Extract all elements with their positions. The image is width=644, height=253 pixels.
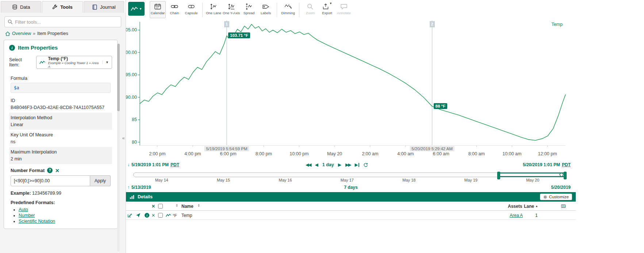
tab-tools[interactable]: Tools	[42, 1, 83, 13]
apply-button[interactable]: Apply	[90, 175, 111, 186]
columns-icon[interactable]	[561, 202, 566, 211]
spread-button[interactable]: Spread	[241, 1, 257, 18]
y-tick-label: 105.00	[126, 27, 137, 32]
step-size-label[interactable]: 1 day	[322, 162, 334, 167]
chevron-down-icon: ▼	[139, 7, 142, 11]
unit-section: Key Unit Of Measure ns	[9, 130, 112, 147]
trend-chart[interactable]: 105.00100.0095.0090.0085802:00 pm4:00 pm…	[126, 20, 576, 160]
chain-button[interactable]: Chain	[166, 1, 183, 18]
y-tick-label: 95.00	[126, 72, 137, 77]
row-checkbox[interactable]	[158, 213, 163, 218]
format-scientific-link[interactable]: Scientific Notation	[19, 219, 55, 224]
x-tick-label: 10:00 pm	[290, 151, 308, 156]
assets-column-header[interactable]: Assets	[508, 202, 522, 211]
view-mode-dropdown[interactable]: ▼	[128, 2, 145, 16]
format-auto-link[interactable]: Auto	[19, 207, 28, 212]
capsule-button[interactable]: Capsule	[183, 1, 199, 18]
cursor-timestamp-2: 5/20/2019 5:29:42 AM	[410, 146, 455, 151]
legend-temp[interactable]: Temp	[551, 22, 563, 27]
send-icon[interactable]	[136, 211, 141, 220]
scrollbar-thumb[interactable]	[117, 44, 120, 111]
formula-value[interactable]: $a	[11, 83, 111, 93]
calendar-button[interactable]: Calendar	[150, 1, 166, 18]
cursor-flag-2[interactable]: 2	[430, 21, 435, 27]
one-lane-button[interactable]: One Lane	[206, 1, 222, 18]
tab-data[interactable]: Data	[1, 1, 41, 13]
labels-label: Labels	[261, 11, 271, 15]
step-forward-fast-button[interactable]: ▶▶	[345, 162, 350, 167]
export-button[interactable]: ▼ Export	[319, 1, 335, 18]
search-box	[4, 16, 121, 27]
database-icon	[12, 4, 18, 10]
sidebar-collapse-handle[interactable]: «	[121, 133, 126, 143]
zoom-label: Zoom	[306, 11, 315, 15]
x-tick-label: 2:00 pm	[149, 151, 165, 156]
refresh-button[interactable]	[363, 163, 368, 167]
remove-all-icon[interactable]: ✕	[152, 202, 155, 211]
cursor-flag-1[interactable]: 1	[224, 21, 229, 27]
step-back-fast-button[interactable]: ◀◀	[306, 162, 311, 167]
edit-icon[interactable]	[127, 211, 132, 220]
predefined-formats-list: Auto Number Scientific Notation	[19, 207, 112, 224]
step-back-button[interactable]: ◀	[315, 162, 318, 167]
sort-asc-icon: ▲	[535, 205, 538, 208]
select-item-label: Select Item:	[9, 57, 32, 67]
chart-canvas[interactable]: 105.00100.0095.0090.0085802:00 pm4:00 pm…	[126, 20, 576, 160]
step-forward-button[interactable]: ▶	[338, 162, 341, 167]
lane-column-header[interactable]: Lane▲	[524, 202, 538, 211]
number-format-input[interactable]	[11, 175, 90, 186]
journal-icon	[92, 4, 97, 10]
sidebar-scrollbar[interactable]	[117, 43, 120, 252]
one-y-axis-icon	[228, 3, 235, 10]
x-tick-label: May 20	[327, 151, 342, 156]
zoom-icon	[307, 3, 314, 10]
labels-button[interactable]: Labels	[258, 1, 274, 18]
row-asset-cell: Area A	[510, 211, 523, 220]
range-end: 5/20/2019 1:01 PM PDT	[523, 162, 571, 167]
details-chart-icon	[130, 195, 135, 199]
signal-icon	[166, 211, 171, 220]
id-label: ID	[11, 98, 111, 103]
annotate-button: Annotate	[336, 1, 352, 18]
timeline-label: May 20	[526, 178, 539, 182]
main-area: ▼ Calendar Chain Capsule One Lane O	[126, 0, 576, 253]
toolbar-separator	[277, 3, 277, 17]
range-nav-controls: ◀◀ ◀ 1 day ▶ ▶▶ ▶	[306, 162, 368, 167]
chevron-down-icon: ▼	[102, 61, 109, 64]
clear-format-icon[interactable]: ✕	[55, 168, 60, 173]
item-select-dropdown[interactable]: Temp (°F) Example » Cooling Tower 1 » Ar…	[36, 56, 112, 69]
one-y-axis-button[interactable]: One Y-Axis	[222, 1, 240, 18]
row-unit: °F	[173, 211, 177, 220]
customize-button[interactable]: Customize	[540, 194, 572, 200]
timeline-label: May 19	[464, 178, 478, 182]
sidebar-tabbar: Data Tools Journal	[0, 0, 126, 13]
timeline-track[interactable]	[133, 172, 566, 177]
asset-link[interactable]: Area A	[510, 213, 523, 218]
tab-journal[interactable]: Journal	[84, 1, 124, 13]
breadcrumb-overview-link[interactable]: Overview	[12, 31, 31, 36]
selected-item-name: Temp (°F)	[48, 57, 100, 61]
format-list-item: Scientific Notation	[19, 218, 112, 224]
details-row-temp[interactable]: i ✕ °F Temp Area A 1	[126, 211, 576, 220]
timeline-duration[interactable]: 7 days	[344, 185, 357, 190]
timeline-start-date: 5/13/2019	[131, 185, 151, 190]
info-icon[interactable]: i	[145, 213, 149, 218]
select-all-checkbox[interactable]	[158, 204, 163, 209]
zoom-button: Zoom	[302, 1, 318, 18]
timeline-selection[interactable]	[498, 172, 566, 177]
home-icon[interactable]	[5, 31, 10, 36]
timeline: May 14 May 15 May 16 May 17 May 18 May 1…	[126, 170, 576, 192]
help-icon[interactable]: ?	[47, 168, 53, 173]
dimming-button[interactable]: Dimming	[280, 1, 296, 18]
step-to-end-button[interactable]: ▶	[354, 162, 359, 167]
remove-icon[interactable]: ✕	[152, 211, 155, 220]
name-column-header[interactable]: Name	[181, 202, 193, 211]
filter-tools-input[interactable]	[15, 19, 118, 25]
max-interpolation-label: Maximum Interpolation	[11, 149, 111, 155]
formula-label: Formula	[11, 76, 111, 81]
x-tick-label: 4:00 am	[397, 151, 414, 156]
format-number-link[interactable]: Number	[19, 213, 35, 218]
timezone-link[interactable]: PDT	[562, 162, 571, 167]
item-properties-panel: i Item Properties Select Item: Temp (°F)…	[4, 40, 118, 229]
timezone-link[interactable]: PDT	[170, 162, 179, 167]
